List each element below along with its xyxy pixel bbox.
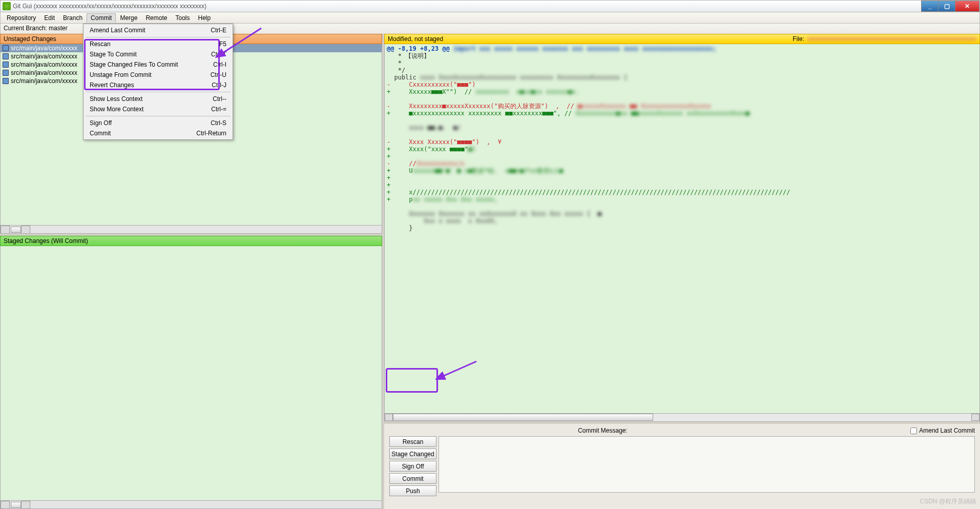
- menu-item-commit[interactable]: CommitCtrl-Return: [85, 128, 232, 138]
- menu-commit[interactable]: Commit: [87, 13, 116, 23]
- file-icon: [3, 62, 9, 68]
- file-path-label: src/main/java/com/xxxxx: [11, 53, 77, 60]
- file-path-label: src/main/java/com/xxxxx: [11, 61, 77, 68]
- hscrollbar[interactable]: [1, 500, 382, 508]
- file-path-label: src/main/java/com/xxxxx: [11, 45, 77, 52]
- app-icon: [3, 2, 11, 10]
- menu-merge[interactable]: Merge: [116, 13, 141, 23]
- minimize-button[interactable]: _: [921, 1, 939, 12]
- menu-item-rescan[interactable]: RescanF5: [85, 39, 232, 49]
- commit-area: Commit Message: Amend Last Commit Rescan…: [384, 422, 980, 509]
- staged-file-list: [0, 246, 382, 509]
- stage-changed-button[interactable]: Stage Changed: [389, 449, 436, 459]
- amend-checkbox-input[interactable]: [910, 427, 917, 434]
- commit-dropdown: Amend Last CommitCtrl-ERescanF5Stage To …: [83, 24, 233, 140]
- diff-pane[interactable]: @@ -8,19 +8,23 @@ import xxx xxxxx xxxxx…: [384, 44, 980, 422]
- menu-item-unstage-from-commit[interactable]: Unstage From CommitCtrl-U: [85, 70, 232, 80]
- window-title: Git Gui (xxxxxxx xxxxxxxxx/xx/xxxxx/xxxx…: [13, 3, 206, 10]
- diff-hscrollbar[interactable]: [385, 413, 979, 421]
- hscrollbar[interactable]: [1, 225, 382, 233]
- watermark: CSDN @程序员娟娟: [920, 497, 976, 506]
- menu-item-amend-last-commit[interactable]: Amend Last CommitCtrl-E: [85, 25, 232, 35]
- menu-item-revert-changes[interactable]: Revert ChangesCtrl-J: [85, 80, 232, 90]
- menu-tools[interactable]: Tools: [171, 13, 194, 23]
- menu-branch[interactable]: Branch: [59, 13, 87, 23]
- push-button[interactable]: Push: [389, 485, 436, 496]
- titlebar: Git Gui (xxxxxxx xxxxxxxxx/xx/xxxxx/xxxx…: [0, 0, 980, 12]
- file-icon: [3, 78, 9, 84]
- file-path: xxxxxxxxxxxxxxxxxxxxxxxxxxxxxxxxxxxxxxxx…: [807, 35, 976, 43]
- menu-item-stage-changed-files-to-commit[interactable]: Stage Changed Files To CommitCtrl-I: [85, 59, 232, 70]
- menu-help[interactable]: Help: [194, 13, 215, 23]
- file-icon: [3, 45, 9, 51]
- menu-item-sign-off[interactable]: Sign OffCtrl-S: [85, 118, 232, 128]
- sign-off-button[interactable]: Sign Off: [389, 461, 436, 472]
- rescan-button[interactable]: Rescan: [389, 436, 436, 447]
- amend-checkbox[interactable]: Amend Last Commit: [910, 427, 975, 434]
- file-icon: [3, 53, 9, 59]
- commit-button[interactable]: Commit: [389, 473, 436, 484]
- close-button[interactable]: ✕: [955, 1, 979, 12]
- file-path-label: src/main/java/com/xxxxx: [11, 69, 77, 76]
- menu-remote[interactable]: Remote: [141, 13, 171, 23]
- menu-item-show-more-context[interactable]: Show More ContextCtrl-=: [85, 104, 232, 114]
- file-label: File:: [793, 35, 804, 43]
- window-buttons: _ ▢ ✕: [922, 1, 979, 12]
- menu-repository[interactable]: Repository: [3, 13, 40, 23]
- diff-header: Modified, not staged File: xxxxxxxxxxxxx…: [384, 34, 980, 44]
- commit-message-input[interactable]: [439, 436, 975, 493]
- menu-edit[interactable]: Edit: [40, 13, 59, 23]
- staged-header: Staged Changes (Will Commit): [0, 236, 382, 246]
- menubar: RepositoryEditBranchCommitMergeRemoteToo…: [0, 12, 980, 24]
- diff-status-label: Modified, not staged: [388, 35, 443, 43]
- commit-message-label: Commit Message:: [578, 427, 628, 434]
- file-icon: [3, 70, 9, 76]
- menu-item-show-less-context[interactable]: Show Less ContextCtrl--: [85, 94, 232, 104]
- maximize-button[interactable]: ▢: [938, 1, 955, 12]
- file-path-label: src/main/java/com/xxxxx: [11, 77, 77, 85]
- menu-item-stage-to-commit[interactable]: Stage To CommitCtrl-T: [85, 49, 232, 59]
